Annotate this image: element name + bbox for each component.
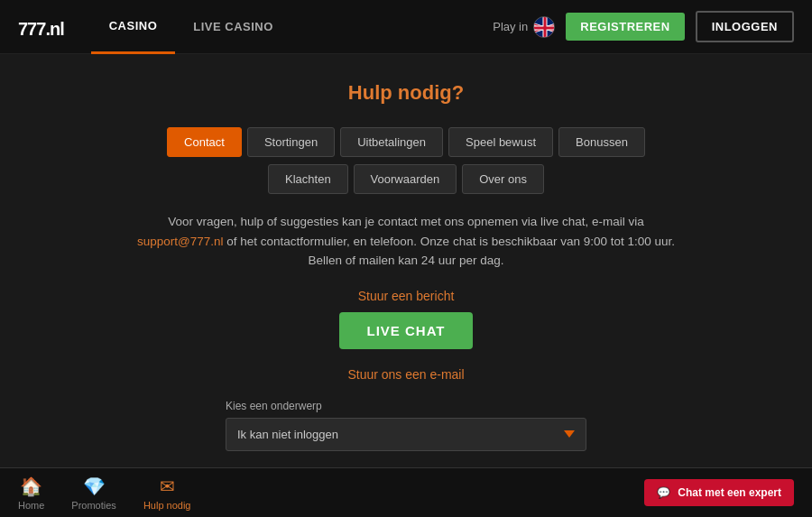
logo-tld: .nl xyxy=(45,19,63,39)
bottom-nav-home[interactable]: 🏠 Home xyxy=(18,475,44,511)
bottom-nav-promoties-label: Promoties xyxy=(71,500,116,511)
chat-widget[interactable]: 💬 Chat met een expert xyxy=(644,479,794,506)
subject-select[interactable]: Ik kan niet inloggen xyxy=(226,418,586,451)
header: 777.nl CASINO LIVE CASINO Play in REGIST… xyxy=(0,0,812,54)
tab-contact[interactable]: Contact xyxy=(167,127,242,157)
bottom-nav-hulp-label: Hulp nodig xyxy=(143,500,191,511)
send-message-label: Stuur een bericht xyxy=(99,289,713,303)
tabs-row-1: Contact Stortingen Uitbetalingen Speel b… xyxy=(99,127,713,157)
tab-bonussen[interactable]: Bonussen xyxy=(558,127,645,157)
contact-description: Voor vragen, hulp of suggesties kan je c… xyxy=(135,212,677,271)
header-right: Play in REGISTREREN INLOGGEN xyxy=(493,11,794,42)
live-chat-button[interactable]: LIVE CHAT xyxy=(339,312,472,349)
bottom-nav-home-label: Home xyxy=(18,500,44,511)
diamond-icon: 💎 xyxy=(83,475,106,497)
main-content: Hulp nodig? Contact Stortingen Uitbetali… xyxy=(81,54,731,517)
tab-klachten[interactable]: Klachten xyxy=(268,164,348,194)
chat-label: Chat met een expert xyxy=(678,486,781,499)
tab-voorwaarden[interactable]: Voorwaarden xyxy=(354,164,457,194)
nav-live-casino[interactable]: LIVE CASINO xyxy=(175,0,291,54)
logo-numbers: 777 xyxy=(18,19,45,39)
register-button[interactable]: REGISTREREN xyxy=(566,13,684,41)
tab-over-ons[interactable]: Over ons xyxy=(462,164,544,194)
nav-casino[interactable]: CASINO xyxy=(91,0,176,54)
envelope-icon: ✉ xyxy=(160,475,175,497)
play-in-label: Play in xyxy=(493,16,555,38)
flag-icon xyxy=(533,16,555,38)
subject-group: Kies een onderwerp Ik kan niet inloggen xyxy=(226,400,586,451)
bottom-nav: 🏠 Home 💎 Promoties ✉ Hulp nodig 💬 Chat m… xyxy=(0,467,812,517)
tab-stortingen[interactable]: Stortingen xyxy=(247,127,335,157)
chat-icon: 💬 xyxy=(657,486,670,499)
subject-label: Kies een onderwerp xyxy=(226,400,586,412)
main-nav: CASINO LIVE CASINO xyxy=(91,0,494,54)
tab-uitbetalingen[interactable]: Uitbetalingen xyxy=(340,127,443,157)
support-email-link[interactable]: support@777.nl xyxy=(137,235,224,248)
bottom-nav-items: 🏠 Home 💎 Promoties ✉ Hulp nodig xyxy=(18,475,644,511)
page-title: Hulp nodig? xyxy=(99,81,713,105)
bottom-nav-hulp[interactable]: ✉ Hulp nodig xyxy=(143,475,191,511)
bottom-nav-promoties[interactable]: 💎 Promoties xyxy=(71,475,116,511)
tab-speel-bewust[interactable]: Speel bewust xyxy=(448,127,553,157)
login-button[interactable]: INLOGGEN xyxy=(696,11,794,42)
logo: 777.nl xyxy=(18,13,64,42)
tabs-row-2: Klachten Voorwaarden Over ons xyxy=(99,164,713,194)
home-icon: 🏠 xyxy=(20,475,42,497)
email-section-label: Stuur ons een e-mail xyxy=(99,367,713,382)
